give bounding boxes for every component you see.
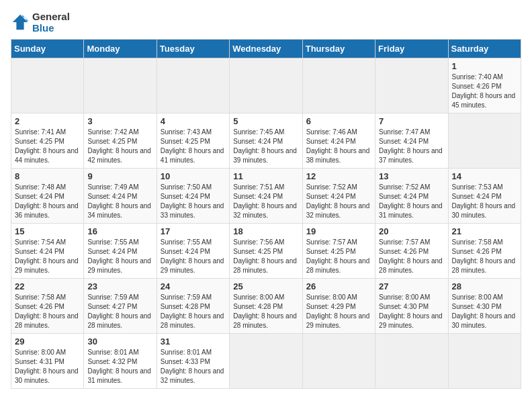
logo-icon xyxy=(11,13,30,32)
empty-cell xyxy=(302,334,375,389)
calendar-day-31: 31Sunrise: 8:01 AMSunset: 4:33 PMDayligh… xyxy=(157,334,229,389)
calendar-week-6: 29Sunrise: 8:00 AMSunset: 4:31 PMDayligh… xyxy=(11,334,521,389)
empty-cell xyxy=(157,58,229,113)
calendar-day-30: 30Sunrise: 8:01 AMSunset: 4:32 PMDayligh… xyxy=(84,334,157,389)
empty-cell xyxy=(230,58,302,113)
empty-cell xyxy=(448,113,521,169)
calendar-week-1: 1Sunrise: 7:40 AMSunset: 4:26 PMDaylight… xyxy=(11,58,521,113)
empty-cell xyxy=(375,334,448,389)
calendar-day-25: 25Sunrise: 8:00 AMSunset: 4:28 PMDayligh… xyxy=(230,279,302,334)
calendar-day-22: 22Sunrise: 7:58 AMSunset: 4:26 PMDayligh… xyxy=(11,279,84,334)
logo: General Blue xyxy=(11,11,70,34)
calendar-day-2: 2Sunrise: 7:41 AMSunset: 4:25 PMDaylight… xyxy=(11,113,84,169)
day-header-wednesday: Wednesday xyxy=(230,40,302,58)
calendar-day-10: 10Sunrise: 7:50 AMSunset: 4:24 PMDayligh… xyxy=(157,169,229,224)
calendar-day-27: 27Sunrise: 8:00 AMSunset: 4:30 PMDayligh… xyxy=(375,279,448,334)
calendar-day-29: 29Sunrise: 8:00 AMSunset: 4:31 PMDayligh… xyxy=(11,334,84,389)
calendar-day-23: 23Sunrise: 7:59 AMSunset: 4:27 PMDayligh… xyxy=(84,279,157,334)
logo-text: General Blue xyxy=(32,11,70,34)
empty-cell xyxy=(230,334,302,389)
calendar-header-row: SundayMondayTuesdayWednesdayThursdayFrid… xyxy=(11,40,521,58)
calendar-day-17: 17Sunrise: 7:55 AMSunset: 4:24 PMDayligh… xyxy=(157,224,229,279)
calendar-day-11: 11Sunrise: 7:51 AMSunset: 4:24 PMDayligh… xyxy=(230,169,302,224)
empty-cell xyxy=(302,58,375,113)
day-header-sunday: Sunday xyxy=(11,40,84,58)
day-header-thursday: Thursday xyxy=(302,40,375,58)
calendar-day-1: 1Sunrise: 7:40 AMSunset: 4:26 PMDaylight… xyxy=(448,58,521,113)
calendar-day-8: 8Sunrise: 7:48 AMSunset: 4:24 PMDaylight… xyxy=(11,169,84,224)
day-header-friday: Friday xyxy=(375,40,448,58)
calendar-day-5: 5Sunrise: 7:45 AMSunset: 4:24 PMDaylight… xyxy=(230,113,302,169)
calendar-day-28: 28Sunrise: 8:00 AMSunset: 4:30 PMDayligh… xyxy=(448,279,521,334)
calendar-day-15: 15Sunrise: 7:54 AMSunset: 4:24 PMDayligh… xyxy=(11,224,84,279)
calendar-day-18: 18Sunrise: 7:56 AMSunset: 4:25 PMDayligh… xyxy=(230,224,302,279)
calendar-day-13: 13Sunrise: 7:52 AMSunset: 4:24 PMDayligh… xyxy=(375,169,448,224)
day-header-saturday: Saturday xyxy=(448,40,521,58)
calendar-day-12: 12Sunrise: 7:52 AMSunset: 4:24 PMDayligh… xyxy=(302,169,375,224)
empty-cell xyxy=(448,334,521,389)
calendar-table: SundayMondayTuesdayWednesdayThursdayFrid… xyxy=(11,39,521,389)
calendar-day-24: 24Sunrise: 7:59 AMSunset: 4:28 PMDayligh… xyxy=(157,279,229,334)
svg-marker-0 xyxy=(13,15,28,30)
calendar-day-9: 9Sunrise: 7:49 AMSunset: 4:24 PMDaylight… xyxy=(84,169,157,224)
day-header-tuesday: Tuesday xyxy=(157,40,229,58)
calendar-day-7: 7Sunrise: 7:47 AMSunset: 4:24 PMDaylight… xyxy=(375,113,448,169)
calendar-day-26: 26Sunrise: 8:00 AMSunset: 4:29 PMDayligh… xyxy=(302,279,375,334)
empty-cell xyxy=(11,58,84,113)
calendar-body: 1Sunrise: 7:40 AMSunset: 4:26 PMDaylight… xyxy=(11,58,521,389)
page-header: General Blue xyxy=(11,11,521,34)
calendar-day-21: 21Sunrise: 7:58 AMSunset: 4:26 PMDayligh… xyxy=(448,224,521,279)
day-header-monday: Monday xyxy=(84,40,157,58)
empty-cell xyxy=(375,58,448,113)
calendar-week-5: 22Sunrise: 7:58 AMSunset: 4:26 PMDayligh… xyxy=(11,279,521,334)
calendar-day-14: 14Sunrise: 7:53 AMSunset: 4:24 PMDayligh… xyxy=(448,169,521,224)
calendar-week-3: 8Sunrise: 7:48 AMSunset: 4:24 PMDaylight… xyxy=(11,169,521,224)
empty-cell xyxy=(84,58,157,113)
calendar-day-4: 4Sunrise: 7:43 AMSunset: 4:25 PMDaylight… xyxy=(157,113,229,169)
calendar-week-2: 2Sunrise: 7:41 AMSunset: 4:25 PMDaylight… xyxy=(11,113,521,169)
calendar-day-20: 20Sunrise: 7:57 AMSunset: 4:26 PMDayligh… xyxy=(375,224,448,279)
calendar-day-3: 3Sunrise: 7:42 AMSunset: 4:25 PMDaylight… xyxy=(84,113,157,169)
calendar-week-4: 15Sunrise: 7:54 AMSunset: 4:24 PMDayligh… xyxy=(11,224,521,279)
calendar-day-6: 6Sunrise: 7:46 AMSunset: 4:24 PMDaylight… xyxy=(302,113,375,169)
calendar-day-16: 16Sunrise: 7:55 AMSunset: 4:24 PMDayligh… xyxy=(84,224,157,279)
calendar-day-19: 19Sunrise: 7:57 AMSunset: 4:25 PMDayligh… xyxy=(302,224,375,279)
